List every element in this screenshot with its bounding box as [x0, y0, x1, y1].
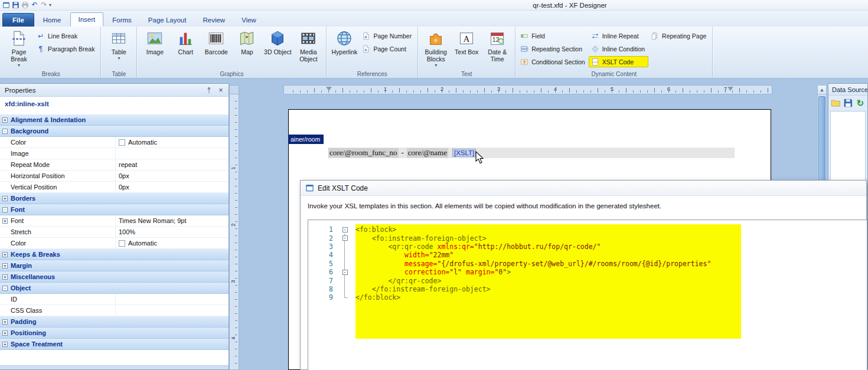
- property-value-cell[interactable]: repeat: [116, 159, 229, 170]
- ds-new-icon[interactable]: [831, 98, 841, 108]
- ds-refresh-icon[interactable]: ↻: [855, 98, 865, 108]
- property-section-alignment-indentation[interactable]: +Alignment & Indentation: [0, 114, 229, 126]
- code-line[interactable]: 7 </qr:qr-code>: [308, 276, 867, 284]
- ruler-number: 4: [554, 86, 557, 92]
- property-value-cell[interactable]: Times New Roman; 9pt: [116, 215, 229, 226]
- line-break-icon: ↵: [37, 32, 45, 40]
- code-line[interactable]: 1-<fo:block>: [308, 225, 867, 234]
- checkbox[interactable]: [119, 240, 125, 247]
- expander-icon[interactable]: +: [2, 319, 8, 325]
- inline-xslt-object[interactable]: [XSLT]: [452, 149, 476, 157]
- property-section-keeps-breaks[interactable]: +Keeps & Breaks: [0, 249, 229, 260]
- code-line[interactable]: 9</fo:block>: [308, 293, 867, 302]
- left-margin-marker[interactable]: [326, 87, 332, 91]
- button-label: Inline Condition: [602, 45, 645, 53]
- xslt-code-editor[interactable]: 1-<fo:block>2- <fo:instream-foreign-obje…: [308, 220, 867, 370]
- expander-icon[interactable]: -: [2, 207, 8, 212]
- tab-file[interactable]: File: [2, 13, 34, 27]
- property-value-cell[interactable]: [116, 294, 229, 304]
- paragraph-break-button[interactable]: ¶Paragraph Break: [34, 43, 98, 54]
- property-value-cell[interactable]: [116, 148, 229, 159]
- page-number-button[interactable]: #Page Number: [360, 30, 415, 41]
- image-button[interactable]: Image: [139, 28, 170, 70]
- code-line[interactable]: 2- <fo:instream-foreign-object>: [308, 234, 867, 242]
- map-button[interactable]: Map: [231, 28, 262, 70]
- dialog-title-bar[interactable]: Edit XSLT Code: [301, 181, 866, 196]
- expander-icon[interactable]: +: [2, 252, 8, 257]
- expander-icon[interactable]: +: [2, 274, 8, 280]
- property-value-cell[interactable]: 100%: [116, 227, 229, 237]
- property-section-borders[interactable]: +Borders: [0, 193, 229, 204]
- media-object-button[interactable]: Media Object: [293, 28, 324, 70]
- code-line[interactable]: 3 <qr:qr-code xmlns:qr="http://hobbut.ru…: [308, 243, 867, 251]
- ds-save-icon[interactable]: [843, 98, 853, 108]
- page-count-button[interactable]: NPage Count: [360, 43, 415, 54]
- fold-toggle-icon[interactable]: -: [342, 270, 348, 275]
- page-break-button[interactable]: Page Break▾: [4, 28, 34, 70]
- building-blocks-button[interactable]: Building Blocks▾: [420, 28, 451, 70]
- tab-page-layout[interactable]: Page Layout: [141, 14, 194, 27]
- expander-icon[interactable]: +: [2, 263, 8, 269]
- field-room-func-no[interactable]: core/@room_func_no: [328, 148, 399, 158]
- property-value-cell[interactable]: [116, 305, 229, 316]
- date-time-button[interactable]: 12Date & Time: [482, 28, 513, 70]
- xslt-code-button[interactable]: </>XSLT Code: [589, 56, 648, 67]
- redo-icon[interactable]: ↷: [40, 1, 48, 9]
- repeating-page-button[interactable]: Repeating Page: [648, 30, 710, 41]
- expander-icon[interactable]: +: [2, 117, 8, 123]
- property-value-cell[interactable]: 0px: [116, 171, 229, 181]
- print-icon[interactable]: [21, 1, 29, 9]
- inline-condition-button[interactable]: Inline Condition: [589, 43, 648, 54]
- code-line[interactable]: 5 message="{/drofus-xml/property-set/@we…: [308, 260, 867, 268]
- expander-icon[interactable]: +: [2, 196, 8, 201]
- undo-icon[interactable]: ↶: [31, 1, 38, 9]
- 3d-object-button[interactable]: 3D Object: [262, 28, 293, 70]
- property-section-font[interactable]: -Font: [0, 204, 229, 215]
- fold-toggle-icon[interactable]: -: [342, 235, 348, 241]
- property-value-cell[interactable]: Automatic: [116, 238, 229, 248]
- table-button[interactable]: Table▾: [103, 28, 134, 70]
- barcode-button[interactable]: Barcode: [201, 28, 231, 70]
- field-room-name[interactable]: core/@name: [407, 148, 448, 158]
- field-button[interactable]: Field: [518, 30, 588, 41]
- tab-review[interactable]: Review: [195, 14, 233, 27]
- checkbox[interactable]: [119, 139, 125, 146]
- expander-icon[interactable]: -: [2, 129, 8, 134]
- save-icon[interactable]: [12, 1, 19, 9]
- tab-insert[interactable]: Insert: [70, 12, 104, 27]
- inline-repeat-button[interactable]: Inline Repeat: [589, 30, 648, 41]
- tab-forms[interactable]: Forms: [105, 14, 139, 27]
- scrollbar-thumb[interactable]: [818, 96, 825, 191]
- property-section-padding[interactable]: +Padding: [0, 316, 229, 328]
- property-row-stretch: Stretch100%: [0, 227, 229, 238]
- property-section-background[interactable]: -Background: [0, 126, 229, 137]
- expander-icon[interactable]: +: [2, 218, 8, 224]
- qat-customize-icon[interactable]: ▾: [48, 2, 51, 8]
- close-icon[interactable]: ×: [217, 86, 225, 94]
- code-line[interactable]: 8 </fo:instream-foreign-object>: [308, 285, 867, 293]
- line-break-button[interactable]: ↵Line Break: [34, 30, 98, 41]
- chart-button[interactable]: Chart: [170, 28, 201, 70]
- scroll-up-icon[interactable]: ▲: [818, 86, 826, 95]
- repeating-section-button[interactable]: Repeating Section: [518, 43, 588, 54]
- property-value-cell[interactable]: Automatic: [116, 137, 229, 148]
- fold-toggle-icon[interactable]: -: [342, 227, 348, 233]
- code-line[interactable]: 4 width="22mm": [308, 251, 867, 259]
- property-section-object[interactable]: -Object: [0, 283, 229, 294]
- property-value-cell[interactable]: 0px: [116, 182, 229, 192]
- property-section-space-treatment[interactable]: +Space Treatment: [0, 339, 229, 350]
- property-section-positioning[interactable]: +Positioning: [0, 328, 229, 339]
- text-box-button[interactable]: AText Box: [451, 28, 482, 70]
- property-section-margin[interactable]: +Margin: [0, 260, 229, 271]
- hyperlink-button[interactable]: Hyperlink: [329, 28, 360, 70]
- expander-icon[interactable]: +: [2, 342, 8, 347]
- pin-icon[interactable]: [205, 86, 213, 94]
- right-margin-marker[interactable]: [727, 87, 733, 91]
- tab-home[interactable]: Home: [35, 14, 69, 27]
- conditional-section-button[interactable]: ?Conditional Section: [518, 56, 588, 67]
- tab-view[interactable]: View: [234, 14, 264, 27]
- expander-icon[interactable]: +: [2, 330, 8, 336]
- code-line[interactable]: 6- correction="l" margin="0">: [308, 268, 867, 276]
- property-section-miscellaneous[interactable]: +Miscellaneous: [0, 271, 229, 283]
- expander-icon[interactable]: -: [2, 286, 8, 291]
